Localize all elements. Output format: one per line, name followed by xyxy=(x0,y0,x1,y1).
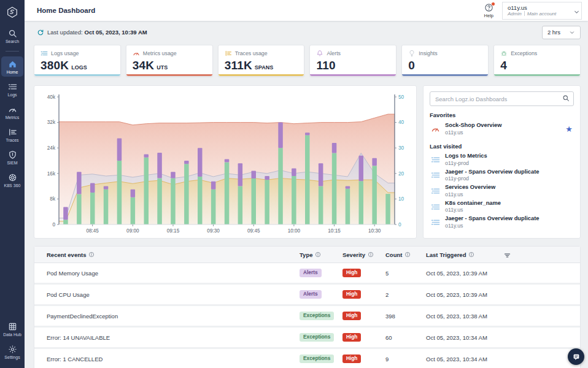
chat-widget-button[interactable] xyxy=(568,348,584,365)
type-badge: Alerts xyxy=(300,269,322,277)
favorite-dashboard-item[interactable]: Sock-Shop Overview o11y.us ★ xyxy=(430,121,574,137)
info-icon[interactable] xyxy=(404,251,411,258)
column-header[interactable]: Type xyxy=(300,251,342,258)
top-header: Home Dashboard Help o11y.us Admin Main a… xyxy=(25,0,588,21)
stat-card-logs-usage[interactable]: Logs usage 380K LOGS xyxy=(34,45,121,77)
dashboard-logs-icon xyxy=(431,186,440,196)
sidebar-item-settings[interactable]: Settings xyxy=(1,342,23,362)
sidebar-item-traces[interactable]: Traces xyxy=(1,125,23,145)
type-badge: Exceptions xyxy=(300,333,334,342)
table-row[interactable]: Pod CPU Usage Alerts High 2 Oct 05, 2023… xyxy=(34,285,580,306)
type-badge: Exceptions xyxy=(300,312,334,320)
svg-text:20: 20 xyxy=(398,171,404,177)
account-name: o11y.us xyxy=(508,4,556,11)
svg-text:09:15: 09:15 xyxy=(167,228,180,234)
card-accent-bar xyxy=(494,74,580,76)
sidebar-bottom-nav: Data Hub Settings xyxy=(0,318,25,363)
svg-text:0: 0 xyxy=(52,222,55,228)
account-selector[interactable]: o11y.us Admin Main account xyxy=(502,2,582,20)
stat-card-insights[interactable]: Insights 0 xyxy=(401,45,489,77)
sidebar-nav: Search Home Logs Metrics Traces SIEM K8S… xyxy=(0,25,25,191)
sidebar-item-data-hub[interactable]: Data Hub xyxy=(1,319,23,339)
logzio-logo-icon[interactable] xyxy=(6,6,18,18)
info-icon[interactable] xyxy=(368,251,374,258)
search-input[interactable] xyxy=(430,91,574,106)
favorites-heading: Favorites xyxy=(430,112,574,118)
sidebar-item-home[interactable]: Home xyxy=(1,56,23,77)
svg-text:09:30: 09:30 xyxy=(207,228,220,234)
app-root: Search Home Logs Metrics Traces SIEM K8S… xyxy=(0,0,588,368)
svg-text:32k: 32k xyxy=(47,120,56,125)
filter-icon[interactable] xyxy=(503,251,511,259)
dashboard-middle-row: 08k16k24k32k40k0102030405008:4509:0009:1… xyxy=(25,77,588,239)
help-button[interactable]: Help xyxy=(484,3,493,18)
event-last-triggered: Oct 05, 2023, 10:39 AM xyxy=(426,270,530,277)
dashboard-title: Sock-Shop Overview xyxy=(445,122,501,129)
traces-icon xyxy=(225,50,232,57)
sidebar: Search Home Logs Metrics Traces SIEM K8S… xyxy=(0,0,25,368)
main-area: Home Dashboard Help o11y.us Admin Main a… xyxy=(25,0,588,368)
last-visited-list: Logs to Metrics o11y-prod Jaeger - Spans… xyxy=(430,152,574,231)
dashboard-account: o11y.us xyxy=(445,223,539,229)
svg-text:10: 10 xyxy=(398,196,404,202)
dashboard-account: o11y.us xyxy=(445,207,501,213)
card-accent-bar xyxy=(402,74,488,76)
event-name: Pod Memory Usage xyxy=(47,270,300,277)
sidebar-item-logs[interactable]: Logs xyxy=(1,79,23,99)
refresh-icon[interactable] xyxy=(37,29,44,36)
sidebar-item-search[interactable]: Search xyxy=(1,26,23,46)
stat-card-exceptions[interactable]: Exceptions 4 xyxy=(493,45,581,77)
dashboards-panel: Favorites Sock-Shop Overview o11y.us ★ L… xyxy=(423,85,581,239)
column-label: Count xyxy=(385,251,402,258)
table-row[interactable]: PaymentDeclinedException Exceptions High… xyxy=(34,306,580,328)
column-header[interactable]: Recent events xyxy=(47,251,300,258)
last-visited-item[interactable]: Logs to Metrics o11y-prod xyxy=(430,152,574,168)
event-name: Pod CPU Usage xyxy=(47,291,300,298)
column-header[interactable]: Count xyxy=(385,251,426,258)
last-visited-item[interactable]: K8s container_name o11y.us xyxy=(430,199,574,215)
star-icon[interactable]: ★ xyxy=(565,125,573,134)
stat-card-traces-usage[interactable]: Traces usage 311K SPANS xyxy=(218,45,305,77)
column-header[interactable]: Last Triggered xyxy=(426,251,530,258)
siem-icon xyxy=(8,150,17,159)
sidebar-item-metrics[interactable]: Metrics xyxy=(1,102,23,122)
sidebar-divider xyxy=(6,51,19,52)
card-accent-bar xyxy=(126,74,212,76)
stat-cards-row: Logs usage 380K LOGS Metrics usage 34K U… xyxy=(25,44,588,77)
dashboard-logs-icon xyxy=(431,202,440,212)
traces-icon xyxy=(8,128,17,137)
stat-card-metrics-usage[interactable]: Metrics usage 34K UTS xyxy=(126,45,213,77)
time-range-select[interactable]: 2 hrs xyxy=(542,26,581,39)
event-count: 9 xyxy=(385,356,426,362)
svg-text:10:15: 10:15 xyxy=(328,228,341,234)
info-icon[interactable] xyxy=(88,251,95,258)
help-icon xyxy=(484,3,493,12)
table-row[interactable]: Error: 1 CANCELLED Exceptions High 9 Oct… xyxy=(34,349,580,368)
stat-value: 311K xyxy=(225,59,252,72)
svg-text:09:00: 09:00 xyxy=(126,228,139,234)
event-count: 60 xyxy=(385,334,426,341)
last-visited-item[interactable]: Jaeger - Spans Overview duplicate o11y-p… xyxy=(430,167,574,183)
column-header[interactable]: Severity xyxy=(342,251,385,258)
logs-icon xyxy=(41,50,48,57)
info-icon[interactable] xyxy=(468,251,474,258)
table-row[interactable]: Error: 14 UNAVAILABLE Exceptions High 60… xyxy=(34,328,580,349)
dashboard-logs-icon xyxy=(431,171,440,180)
card-accent-bar xyxy=(219,74,304,76)
account-role: Admin xyxy=(508,11,522,17)
event-last-triggered: Oct 05, 2023, 10:34 AM xyxy=(426,334,530,341)
info-icon[interactable] xyxy=(315,251,321,258)
table-header: Recent events Type Severity Count Last T… xyxy=(34,247,580,263)
stat-card-alerts[interactable]: Alerts 110 xyxy=(309,45,397,77)
data-hub-icon xyxy=(8,322,17,331)
sidebar-item-k8s-360[interactable]: K8S 360 xyxy=(1,170,23,190)
svg-text:0: 0 xyxy=(398,222,401,228)
card-accent-bar xyxy=(310,74,396,76)
sidebar-item-siem[interactable]: SIEM xyxy=(1,147,23,167)
account-type: Main account xyxy=(527,11,557,17)
dashboard-title: Logs to Metrics xyxy=(445,153,487,160)
home-icon xyxy=(8,59,17,69)
table-row[interactable]: Pod Memory Usage Alerts High 5 Oct 05, 2… xyxy=(34,263,580,285)
last-visited-item[interactable]: Jaeger - Spans Overview duplicate o11y.u… xyxy=(430,215,574,231)
last-visited-item[interactable]: Services Overview o11y.us xyxy=(430,183,574,199)
